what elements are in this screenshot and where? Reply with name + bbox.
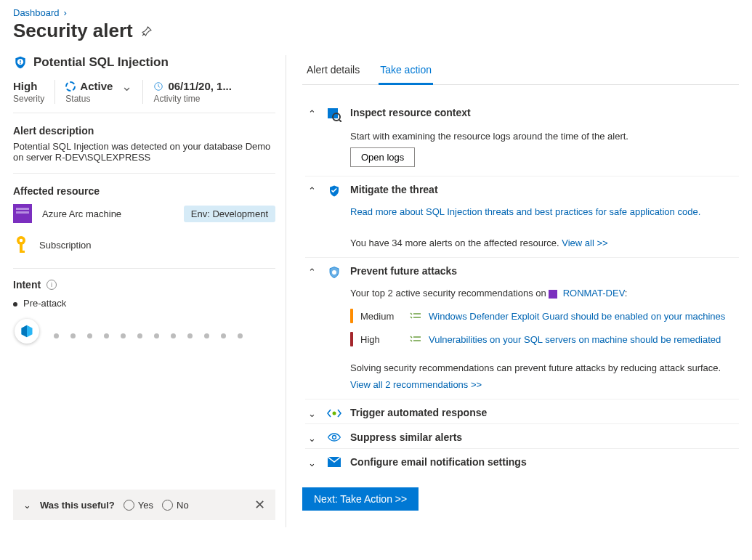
mitigate-icon <box>327 184 341 198</box>
svg-point-16 <box>333 412 336 415</box>
severity-label: Severity <box>13 94 44 104</box>
feedback-prompt: Was this useful? <box>40 500 115 511</box>
chevron-down-icon[interactable]: ⌄ <box>23 500 31 511</box>
svg-point-17 <box>333 436 336 439</box>
info-icon[interactable]: i <box>47 280 57 290</box>
svg-point-14 <box>332 270 336 275</box>
vm-icon <box>13 204 32 223</box>
pin-icon[interactable] <box>140 25 153 38</box>
section-trigger[interactable]: ⌄ Trigger automated response <box>305 399 739 423</box>
rec-row: High Vulnerabilities on your SQL servers… <box>350 328 739 351</box>
chevron-right-icon: › <box>64 7 67 18</box>
description-text: Potential SQL Injection was detected on … <box>13 141 275 174</box>
mitigate-link[interactable]: Read more about SQL Injection threats an… <box>350 206 700 217</box>
feedback-bar: ⌄ Was this useful? Yes No ✕ <box>13 490 275 520</box>
page-title: Security alert <box>13 20 133 42</box>
section-email[interactable]: ⌄ Configure email notification settings <box>305 448 739 473</box>
section-mitigate: ⌃ Mitigate the threat <box>305 176 739 202</box>
tab-alert-details[interactable]: Alert details <box>305 58 361 84</box>
rec-link[interactable]: Windows Defender Exploit Guard should be… <box>429 311 725 322</box>
close-icon[interactable]: ✕ <box>254 497 265 513</box>
chevron-down-icon[interactable]: ⌄ <box>305 408 318 419</box>
section-suppress[interactable]: ⌄ Suppress similar alerts <box>305 423 739 448</box>
resource-subscription[interactable]: Subscription <box>13 235 275 255</box>
view-all-recs-link[interactable]: View all 2 recommendations >> <box>350 379 482 390</box>
resource-label: Azure Arc machine <box>42 208 121 219</box>
inspect-icon <box>327 107 341 122</box>
svg-rect-5 <box>16 208 29 210</box>
resource-label: Subscription <box>39 240 92 251</box>
section-title: Inspect resource context <box>350 107 471 118</box>
prevent-resource-link[interactable]: RONMAT-DEV <box>563 288 625 299</box>
rec-severity: High <box>360 334 403 345</box>
chevron-up-icon[interactable]: ⌃ <box>305 185 318 196</box>
status-label: Status <box>65 94 113 104</box>
rec-link[interactable]: Vulnerabilities on your SQL servers on m… <box>429 334 721 345</box>
shield-icon <box>13 55 28 70</box>
svg-rect-1 <box>20 60 20 62</box>
svg-rect-2 <box>20 63 20 64</box>
key-icon <box>13 235 29 255</box>
view-all-alerts-link[interactable]: View all >> <box>562 238 607 248</box>
section-title: Trigger automated response <box>350 407 487 418</box>
chevron-down-icon[interactable]: ⌄ <box>305 433 318 444</box>
tab-bar: Alert details Take action <box>302 58 739 85</box>
activity-label: Activity time <box>153 94 232 104</box>
svg-rect-15 <box>549 290 557 299</box>
status-value: Active <box>80 80 113 92</box>
clock-icon <box>153 81 163 92</box>
alert-summary-panel: Potential SQL Injection High Severity Ac… <box>13 55 286 527</box>
env-tag: Env: Development <box>184 206 275 222</box>
open-logs-button[interactable]: Open logs <box>350 147 415 167</box>
suppress-icon <box>327 432 341 442</box>
chevron-up-icon[interactable]: ⌃ <box>305 108 318 119</box>
breadcrumb: Dashboard › <box>13 7 739 18</box>
intent-heading: Intent <box>13 279 41 291</box>
breadcrumb-dashboard[interactable]: Dashboard <box>13 7 60 18</box>
next-take-action-button[interactable]: Next: Take Action >> <box>302 487 419 511</box>
intent-timeline <box>13 325 275 346</box>
status-block[interactable]: Active Status ⌄ <box>65 80 143 104</box>
tab-take-action[interactable]: Take action <box>379 58 433 85</box>
rec-severity: Medium <box>360 311 403 322</box>
section-title: Suppress similar alerts <box>350 431 462 443</box>
svg-line-13 <box>339 120 341 122</box>
description-heading: Alert description <box>13 125 275 137</box>
resource-arc-machine[interactable]: Azure Arc machine Env: Development <box>13 204 275 223</box>
inspect-body: Start with examining the resource logs a… <box>350 131 739 167</box>
rec-row: Medium Windows Defender Exploit Guard sh… <box>350 304 739 328</box>
activity-value: 06/11/20, 1... <box>168 80 232 92</box>
svg-rect-6 <box>16 211 29 214</box>
page-title-bar: Security alert <box>13 20 739 42</box>
checklist-icon <box>410 334 421 344</box>
spinner-icon <box>65 81 76 92</box>
section-prevent: ⌃ Prevent future attacks <box>305 257 739 283</box>
activity-block: 06/11/20, 1... Activity time <box>153 80 242 104</box>
severity-bar-icon <box>350 332 353 346</box>
section-title: Prevent future attacks <box>350 265 457 277</box>
affected-heading: Affected resource <box>13 185 275 197</box>
chevron-down-icon[interactable]: ⌄ <box>121 80 132 93</box>
prevent-intro: Your top 2 active security recommendatio… <box>350 288 549 299</box>
section-title: Configure email notification settings <box>350 456 527 468</box>
severity-value: High <box>13 80 44 92</box>
alert-meta-row: High Severity Active Status ⌄ 06/11/20, … <box>13 80 275 113</box>
severity-bar-icon <box>350 309 353 323</box>
affected-section: Affected resource Azure Arc machine Env:… <box>13 185 275 269</box>
mitigate-more-text: You have 34 more alerts on the affected … <box>350 238 562 248</box>
feedback-no[interactable]: No <box>162 500 189 511</box>
intent-heading-row: Intent i <box>13 279 275 291</box>
prevent-footer: Solving security recommendations can pre… <box>350 362 739 373</box>
svg-rect-10 <box>20 251 25 253</box>
severity-block: High Severity <box>13 80 55 104</box>
chevron-up-icon[interactable]: ⌃ <box>305 267 318 277</box>
email-icon <box>327 457 341 467</box>
feedback-yes[interactable]: Yes <box>124 500 153 511</box>
trigger-icon <box>327 407 341 419</box>
description-section: Alert description Potential SQL Injectio… <box>13 125 275 174</box>
page-root: Dashboard › Security alert Potential SQL… <box>0 0 752 560</box>
accordion: ⌃ Inspect resource context Start with ex… <box>302 100 739 473</box>
chevron-down-icon[interactable]: ⌄ <box>305 458 318 468</box>
inspect-text: Start with examining the resource logs a… <box>350 131 739 142</box>
detail-panel: Alert details Take action ⌃ Inspect reso… <box>302 55 739 527</box>
